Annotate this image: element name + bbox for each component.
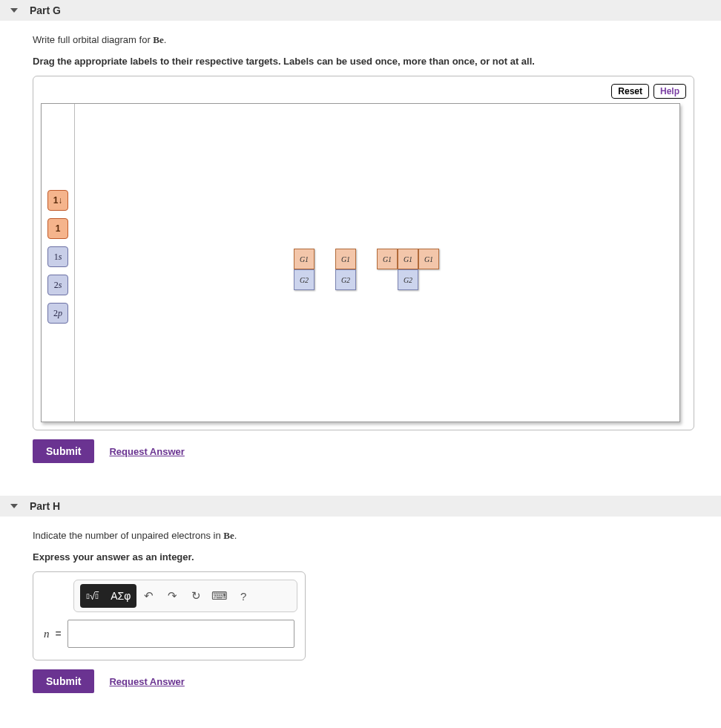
prompt-pre: Indicate the number of unpaired electron… [33, 530, 223, 541]
greek-letters-button[interactable]: ΑΣφ [105, 584, 136, 608]
help-button[interactable]: Help [653, 84, 686, 99]
prompt-element: Be [153, 34, 163, 45]
help-icon[interactable]: ? [231, 584, 255, 608]
request-answer-link[interactable]: Request Answer [109, 446, 184, 457]
chip-1s[interactable]: 1s [47, 246, 68, 267]
target-col-2: G1 G2 [335, 249, 356, 290]
prompt-pre: Write full orbital diagram for [33, 34, 153, 45]
submit-button[interactable]: Submit [33, 669, 94, 693]
target-g1[interactable]: G1 [398, 249, 418, 269]
target-col-1: G1 G2 [294, 249, 315, 290]
drag-drop-panel: Reset Help 1↓ 1 1s 2s 2p G1 G2 G1 G2 [33, 76, 694, 430]
part-h-prompt: Indicate the number of unpaired electron… [33, 530, 688, 542]
part-g-body: Write full orbital diagram for Be. Drag … [0, 21, 721, 481]
chevron-down-icon [10, 504, 18, 508]
target-g1[interactable]: G1 [418, 249, 439, 269]
variable-label: n [44, 628, 50, 640]
part-g-header[interactable]: Part G [0, 0, 721, 21]
templates-button[interactable]: ▯√▯ [80, 584, 105, 608]
keyboard-icon[interactable]: ⌨ [208, 584, 231, 608]
answer-input[interactable] [68, 620, 294, 648]
chip-label: 1↓ [53, 195, 63, 206]
part-h-instruction: Express your answer as an integer. [33, 551, 688, 563]
equals-sign: = [56, 628, 62, 640]
target-col-3: G1 G1 G1 G2 [377, 249, 439, 290]
answer-panel: ▯√▯ ΑΣφ ↶ ↷ ↻ ⌨ ? n = [33, 571, 306, 660]
part-h-title: Part H [30, 500, 60, 512]
part-g-title: Part G [30, 4, 61, 16]
submit-button[interactable]: Submit [33, 439, 94, 463]
target-g2[interactable]: G2 [398, 269, 418, 290]
target-g2[interactable]: G2 [294, 269, 315, 290]
target-g1[interactable]: G1 [335, 249, 356, 269]
chip-label: 1 [56, 223, 61, 234]
target-g1[interactable]: G1 [377, 249, 398, 269]
target-g1[interactable]: G1 [294, 249, 315, 269]
part-g-prompt: Write full orbital diagram for Be. [33, 34, 688, 46]
prompt-element: Be [223, 530, 234, 541]
prompt-post: . [234, 530, 237, 541]
palette-separator [74, 104, 75, 422]
request-answer-link[interactable]: Request Answer [109, 676, 184, 687]
undo-icon[interactable]: ↶ [136, 584, 160, 608]
chevron-down-icon [10, 8, 18, 13]
part-h-header[interactable]: Part H [0, 496, 721, 517]
drag-canvas[interactable]: 1↓ 1 1s 2s 2p G1 G2 G1 G2 G1 G1 [41, 103, 680, 422]
label-palette: 1↓ 1 1s 2s 2p [47, 190, 68, 324]
part-h-body: Indicate the number of unpaired electron… [0, 517, 721, 711]
target-g2[interactable]: G2 [335, 269, 356, 290]
chip-spin-up[interactable]: 1 [47, 218, 68, 239]
prompt-post: . [164, 34, 167, 45]
reset-icon[interactable]: ↻ [184, 584, 208, 608]
equation-toolbar: ▯√▯ ΑΣφ ↶ ↷ ↻ ⌨ ? [73, 580, 297, 612]
chip-spin-pair[interactable]: 1↓ [47, 190, 68, 211]
chip-2p[interactable]: 2p [47, 303, 68, 324]
part-g-instruction: Drag the appropriate labels to their res… [33, 56, 688, 67]
chip-2s[interactable]: 2s [47, 275, 68, 295]
redo-icon[interactable]: ↷ [160, 584, 184, 608]
reset-button[interactable]: Reset [611, 84, 649, 99]
